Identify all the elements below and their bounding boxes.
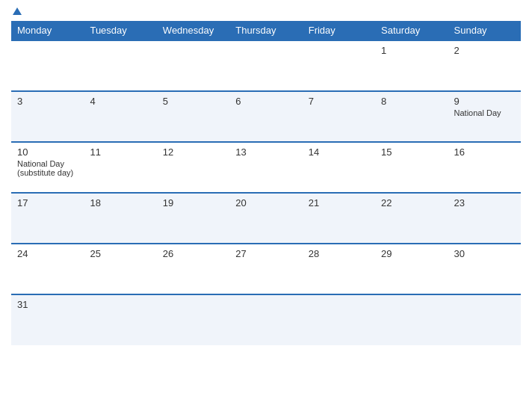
calendar-cell: 11 [84, 142, 156, 193]
weekday-header-tuesday: Tuesday [84, 21, 156, 40]
calendar-cell: 30 [448, 244, 521, 294]
week-row-5: 31 [11, 294, 521, 345]
day-number: 26 [163, 248, 223, 259]
day-number: 5 [163, 96, 223, 107]
weekday-header-sunday: Sunday [448, 21, 521, 40]
day-number: 19 [163, 197, 223, 208]
calendar-cell: 18 [84, 193, 156, 244]
day-number: 9 [454, 96, 515, 107]
calendar-cell: 5 [157, 91, 229, 142]
calendar-cell: 9National Day [448, 91, 521, 142]
calendar-cell: 25 [84, 244, 156, 294]
day-number: 18 [90, 197, 150, 208]
day-number: 30 [454, 248, 515, 259]
logo-triangle-icon [13, 7, 22, 15]
day-number: 8 [381, 96, 442, 107]
day-number: 3 [17, 96, 78, 107]
day-number: 4 [90, 96, 150, 107]
day-number: 24 [17, 248, 78, 259]
calendar-header [11, 7, 521, 15]
day-number: 25 [90, 248, 150, 259]
day-number: 7 [309, 96, 369, 107]
calendar-cell: 13 [229, 142, 302, 193]
calendar-cell [84, 40, 156, 91]
calendar-table: MondayTuesdayWednesdayThursdayFridaySatu… [11, 21, 521, 345]
calendar-cell: 2 [448, 40, 521, 91]
weekday-header-thursday: Thursday [229, 21, 302, 40]
calendar-cell: 4 [84, 91, 156, 142]
calendar-cell: 7 [303, 91, 375, 142]
calendar-cell: 27 [229, 244, 302, 294]
weekday-header-saturday: Saturday [375, 21, 448, 40]
calendar-cell: 15 [375, 142, 448, 193]
calendar-cell: 23 [448, 193, 521, 244]
day-number: 6 [235, 96, 296, 107]
weekday-header-wednesday: Wednesday [157, 21, 229, 40]
week-row-4: 24252627282930 [11, 244, 521, 294]
event-label: National Day [454, 108, 515, 117]
day-number: 2 [454, 45, 515, 56]
day-number: 14 [309, 146, 369, 158]
calendar-container: MondayTuesdayWednesdayThursdayFridaySatu… [0, 0, 532, 411]
day-number: 17 [17, 197, 78, 208]
day-number: 13 [235, 146, 296, 158]
day-number: 21 [309, 197, 369, 208]
calendar-cell [157, 40, 229, 91]
week-row-1: 3456789National Day [11, 91, 521, 142]
calendar-cell: 24 [11, 244, 84, 294]
calendar-cell [157, 294, 229, 345]
calendar-cell: 19 [157, 193, 229, 244]
calendar-cell: 3 [11, 91, 84, 142]
day-number: 23 [454, 197, 515, 208]
calendar-cell: 28 [303, 244, 375, 294]
weekday-header-row: MondayTuesdayWednesdayThursdayFridaySatu… [11, 21, 521, 40]
calendar-cell [303, 40, 375, 91]
calendar-cell [84, 294, 156, 345]
calendar-cell: 8 [375, 91, 448, 142]
calendar-cell: 20 [229, 193, 302, 244]
day-number: 1 [381, 45, 442, 56]
day-number: 27 [235, 248, 296, 259]
logo [11, 7, 22, 15]
calendar-cell: 29 [375, 244, 448, 294]
calendar-cell [229, 40, 302, 91]
calendar-cell: 21 [303, 193, 375, 244]
calendar-cell [229, 294, 302, 345]
calendar-cell [448, 294, 521, 345]
calendar-cell: 17 [11, 193, 84, 244]
day-number: 20 [235, 197, 296, 208]
calendar-cell: 1 [375, 40, 448, 91]
day-number: 29 [381, 248, 442, 259]
day-number: 11 [90, 146, 150, 158]
day-number: 28 [309, 248, 369, 259]
calendar-cell: 6 [229, 91, 302, 142]
day-number: 22 [381, 197, 442, 208]
weekday-header-friday: Friday [303, 21, 375, 40]
day-number: 15 [381, 146, 442, 158]
calendar-cell: 31 [11, 294, 84, 345]
day-number: 31 [17, 299, 78, 310]
weekday-header-monday: Monday [11, 21, 84, 40]
week-row-2: 10National Day (substitute day)111213141… [11, 142, 521, 193]
day-number: 10 [17, 146, 78, 158]
calendar-cell [303, 294, 375, 345]
calendar-cell: 16 [448, 142, 521, 193]
calendar-cell: 14 [303, 142, 375, 193]
calendar-cell: 12 [157, 142, 229, 193]
event-label: National Day (substitute day) [17, 159, 78, 177]
calendar-cell: 26 [157, 244, 229, 294]
calendar-cell: 10National Day (substitute day) [11, 142, 84, 193]
day-number: 12 [163, 146, 223, 158]
week-row-3: 17181920212223 [11, 193, 521, 244]
calendar-cell [375, 294, 448, 345]
calendar-cell: 22 [375, 193, 448, 244]
day-number: 16 [454, 146, 515, 158]
week-row-0: 12 [11, 40, 521, 91]
calendar-cell [11, 40, 84, 91]
